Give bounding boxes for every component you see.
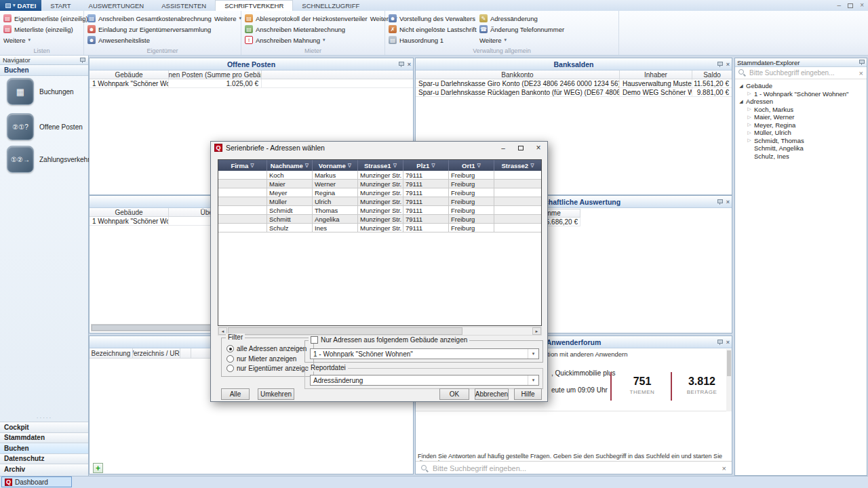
tab-auswertungen[interactable]: AUSWERTUNGEN [80, 0, 153, 11]
dialog-minimize-button[interactable]: – [494, 142, 512, 154]
hilfe-button[interactable]: Hilfe [514, 388, 542, 400]
sidebar-item-archiv[interactable]: Archiv [0, 464, 88, 474]
filter-icon[interactable]: ∇ [477, 163, 481, 169]
horizontal-scrollbar[interactable]: ◄ ► [218, 327, 542, 336]
minimize-button[interactable]: – [837, 2, 842, 9]
column-header[interactable]: Bezeichnung [90, 348, 133, 358]
column-header-ort1[interactable]: Ort1∇ [449, 160, 494, 171]
tree-node-adressen[interactable]: ◢ Adressen [735, 98, 867, 106]
tree-node-address[interactable]: ▷ Schmidt, Thomas [735, 137, 867, 145]
tree-collapsed-icon[interactable]: ▷ [747, 122, 752, 127]
column-header[interactable]: Gebäude [90, 70, 169, 79]
column-header-strasse2[interactable]: Strasse2∇ [494, 160, 541, 171]
column-header-nachname[interactable]: Nachname∇ [267, 160, 313, 171]
ribbon-item-eigentuemerliste[interactable]: ▤ Eigentümerliste (einzeilig) [3, 14, 80, 23]
column-header-vorname[interactable]: Vorname∇ [313, 160, 358, 171]
pin-icon[interactable] [859, 59, 865, 66]
explorer-search-input[interactable] [749, 69, 856, 77]
clear-search-icon[interactable]: × [859, 69, 863, 77]
sidebar-item-datenschutz[interactable]: Datenschutz [0, 453, 88, 464]
pin-icon[interactable] [398, 61, 404, 68]
radio-nur-mieter[interactable]: nur Mieter anzeigen [226, 355, 296, 363]
ribbon-item-lastschrift[interactable]: ✗ Nicht eingelöste Lastschrift [389, 24, 471, 34]
ribbon-item-adressaenderung[interactable]: ✎ Adressänderung [479, 14, 564, 23]
pin-icon[interactable] [717, 339, 723, 346]
tab-schriftverkehr[interactable]: SCHRIFTVERKEHR [215, 0, 293, 11]
ribbon-item-mahnung[interactable]: ! Anschreiben Mahnung ▾ [245, 35, 381, 45]
table-row[interactable]: Müller Ulrich Munzinger Str. 9 79111 Fre… [218, 197, 541, 206]
sidebar-item-cockpit[interactable]: Cockpit [0, 422, 88, 432]
tree-node-address[interactable]: ▷ Meyer, Regina [735, 121, 867, 129]
table-row[interactable]: Schulz Ines Munzinger Str. 9 79111 Freib… [218, 224, 541, 232]
add-button[interactable]: + [93, 463, 103, 473]
column-header[interactable]: Saldo [692, 70, 732, 79]
table-row[interactable]: Spar-u Darlehnskasse Giro Konto (DE23 48… [416, 79, 732, 88]
ribbon-item-mieterabrechnung[interactable]: ▤ Anschreiben Mieterabrechnung [245, 24, 381, 34]
clear-search-icon[interactable]: × [722, 464, 726, 472]
ribbon-item-vorstellung-verwalter[interactable]: ☻ Vorstellung des Verwalters [389, 14, 471, 23]
ribbon-item-weitere-eigentuemer[interactable]: Weitere [214, 15, 237, 22]
column-header-firma[interactable]: Firma∇ [218, 160, 267, 171]
tab-assistenten[interactable]: ASSISTENTEN [153, 0, 215, 11]
tree-node-gebaeude[interactable]: ◢ Gebäude [735, 82, 867, 90]
ribbon-item-weitere-verwaltung[interactable]: Weitere ▾ [479, 35, 564, 45]
tree-collapsed-icon[interactable]: ▷ [747, 130, 752, 136]
dialog-maximize-button[interactable] [512, 142, 530, 154]
tree-node-wohnpark[interactable]: ▷ 1 - Wohnpark "Schöner Wohnen" [735, 90, 867, 98]
radio-nur-eigentuemer[interactable]: nur Eigentümer anzeige [226, 365, 309, 372]
tree-node-address[interactable]: ▷ Koch, Markus [735, 106, 867, 114]
ribbon-item-gesamtkostenabrechnung[interactable]: Anschreiben Gesamtkostenabrechnung [98, 15, 212, 22]
tree-expanded-icon[interactable]: ◢ [738, 99, 744, 104]
ribbon-item-telefonnummer[interactable]: ☎ Änderung Telefonnummer [479, 24, 564, 34]
navigator-item-zahlungsverkehr[interactable]: ①②→ Zahlungsverkehr [0, 146, 89, 173]
ribbon-item-mieterliste[interactable]: ▤ Mieterliste (einzeilig) [3, 24, 80, 34]
column-header[interactable]: Offenen Posten (Summe pro Gebäude) [169, 70, 262, 79]
tab-start[interactable]: START [41, 0, 79, 11]
column-header[interactable]: Gebäude [90, 208, 169, 216]
ribbon-item-einladung-versammlung[interactable]: ☻ Einladung zur Eigentümerversammlung [87, 24, 237, 34]
restore-button[interactable] [848, 3, 853, 8]
tree-node-address[interactable]: Schmitt, Angelika [735, 144, 867, 152]
close-panel-icon[interactable]: × [726, 62, 730, 68]
filter-icon[interactable]: ∇ [305, 163, 309, 169]
column-header-plz1[interactable]: Plz1∇ [403, 160, 449, 171]
ok-button[interactable]: OK [439, 388, 469, 400]
umkehren-button[interactable]: Umkehren [258, 388, 294, 400]
column-header[interactable]: Verzeichnis / URL [133, 348, 180, 358]
scrollbar-thumb[interactable] [228, 327, 462, 335]
table-row[interactable]: Koch Markus Munzinger Str. 9 79111 Freib… [218, 171, 541, 180]
pin-icon[interactable] [717, 61, 723, 68]
tab-dashboard[interactable]: Q Dashboard [1, 476, 72, 487]
ribbon-item-anwesenheitsliste[interactable]: ☻ Anwesenheitsliste [87, 35, 237, 45]
tree-collapsed-icon[interactable]: ▷ [747, 106, 752, 112]
close-panel-icon[interactable]: × [726, 340, 730, 346]
table-row[interactable]: Schmidt Thomas Munzinger Str. 9 79111 Fr… [218, 206, 541, 215]
tree-collapsed-icon[interactable]: ▷ [747, 138, 752, 143]
file-menu-button[interactable]: ▾ DATEI [0, 0, 41, 11]
column-header-empty[interactable] [180, 348, 191, 358]
filter-icon[interactable]: ∇ [530, 163, 534, 169]
tab-schnellzugriff[interactable]: SCHNELLZUGRIFF [293, 0, 368, 11]
navigator-item-offene-posten[interactable]: ②①? Offene Posten [0, 113, 89, 140]
table-row[interactable]: Spar-u Darlehnskasse Rücklagen Bankonto … [416, 88, 732, 97]
filter-icon[interactable]: ∇ [250, 163, 254, 169]
tree-collapsed-icon[interactable]: ▷ [747, 91, 752, 96]
table-row[interactable]: Schmitt Angelika Munzinger Str. 9 79111 … [218, 215, 541, 224]
tree-node-address[interactable]: Schulz, Ines [735, 152, 867, 161]
dialog-close-button[interactable]: × [530, 142, 547, 154]
gebaeude-select[interactable]: 1 - Wohnpark "Schöner Wohnen" ▾ [310, 348, 539, 359]
radio-alle-adressen[interactable]: alle Adressen anzeigen [226, 345, 307, 352]
tree-collapsed-icon[interactable]: ▷ [747, 115, 752, 120]
vertical-scrollbar[interactable] [726, 349, 732, 411]
pin-icon[interactable] [717, 199, 723, 205]
sidebar-item-stammdaten[interactable]: Stammdaten [0, 432, 88, 443]
reportdatei-select[interactable]: Adressänderung ▾ [310, 375, 539, 386]
table-row[interactable]: 1 Wohnpark "Schöner Wohnen" 1.025,00 € [90, 79, 413, 88]
navigator-item-buchungen[interactable]: ▦ Buchungen [0, 78, 89, 105]
scrollbar-thumb[interactable] [727, 350, 731, 376]
scroll-right-icon[interactable]: ► [532, 327, 541, 335]
sidebar-item-buchen[interactable]: Buchen [0, 443, 88, 453]
dialog-titlebar[interactable]: Q Serienbriefe - Adressen wählen – × [211, 142, 547, 154]
ribbon-item-ableseprotokoll[interactable]: Ableseprotokoll der Heizkostenverteiler [256, 15, 368, 22]
table-row[interactable]: Maier Werner Munzinger Str. 9 79111 Frei… [218, 180, 541, 188]
